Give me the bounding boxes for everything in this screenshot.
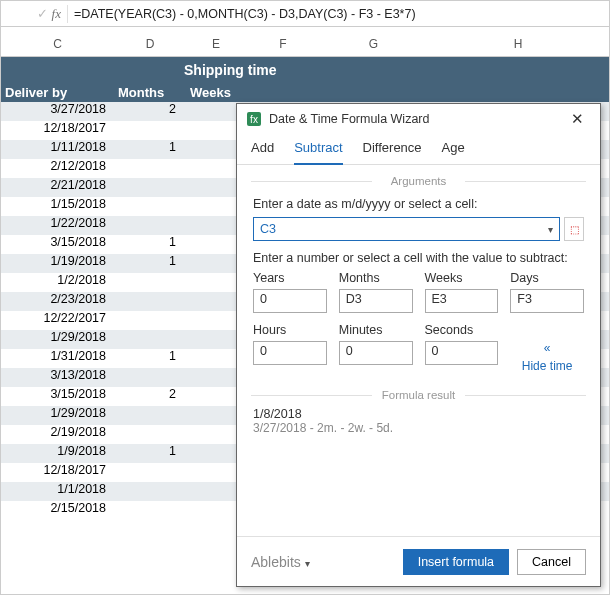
- col-header-g[interactable]: G: [320, 37, 427, 56]
- days-input[interactable]: F3: [510, 289, 584, 313]
- seconds-label: Seconds: [425, 323, 499, 337]
- cell-date[interactable]: 3/15/2018: [1, 235, 114, 254]
- title-row: Shipping time: [1, 57, 609, 82]
- cell-months[interactable]: 1: [114, 140, 186, 159]
- cell-date[interactable]: 2/21/2018: [1, 178, 114, 197]
- header-months: Months: [114, 85, 186, 100]
- tab-age[interactable]: Age: [442, 140, 465, 164]
- cell-months[interactable]: 1: [114, 235, 186, 254]
- seconds-input[interactable]: 0: [425, 341, 499, 365]
- minutes-label: Minutes: [339, 323, 413, 337]
- cell-date[interactable]: 1/11/2018: [1, 140, 114, 159]
- cell-months[interactable]: [114, 368, 186, 387]
- wizard-icon: fx: [245, 110, 263, 128]
- months-label: Months: [339, 271, 413, 285]
- months-input[interactable]: D3: [339, 289, 413, 313]
- cell-months[interactable]: [114, 501, 186, 520]
- cell-date[interactable]: 3/15/2018: [1, 387, 114, 406]
- chevron-down-icon[interactable]: ▾: [548, 224, 553, 235]
- cell-date[interactable]: 1/9/2018: [1, 444, 114, 463]
- cell-date[interactable]: 1/29/2018: [1, 330, 114, 349]
- accept-icon[interactable]: ✓: [37, 6, 48, 21]
- cell-months[interactable]: [114, 121, 186, 140]
- cell-date[interactable]: 2/12/2018: [1, 159, 114, 178]
- cell-months[interactable]: [114, 273, 186, 292]
- hours-label: Hours: [253, 323, 327, 337]
- years-label: Years: [253, 271, 327, 285]
- tab-subtract[interactable]: Subtract: [294, 140, 342, 165]
- cell-months[interactable]: 2: [114, 102, 186, 121]
- cell-date[interactable]: 12/22/2017: [1, 311, 114, 330]
- enter-number-label: Enter a number or select a cell with the…: [253, 251, 584, 265]
- header-row: Deliver by Months Weeks: [1, 82, 609, 102]
- formula-input[interactable]: =DATE(YEAR(C3) - 0,MONTH(C3) - D3,DAY(C3…: [67, 5, 609, 23]
- minutes-input[interactable]: 0: [339, 341, 413, 365]
- col-header-f[interactable]: F: [246, 37, 320, 56]
- svg-text:fx: fx: [250, 114, 258, 125]
- cell-months[interactable]: 2: [114, 387, 186, 406]
- formula-bar: ✓ fx =DATE(YEAR(C3) - 0,MONTH(C3) - D3,D…: [1, 1, 609, 27]
- col-header-c[interactable]: C: [1, 37, 114, 56]
- cell-date[interactable]: 1/29/2018: [1, 406, 114, 425]
- cell-date[interactable]: 1/19/2018: [1, 254, 114, 273]
- formula-wizard-dialog: fx Date & Time Formula Wizard ✕ Add Subt…: [236, 103, 601, 587]
- tab-difference[interactable]: Difference: [363, 140, 422, 164]
- weeks-label: Weeks: [425, 271, 499, 285]
- cell-date[interactable]: 12/18/2017: [1, 463, 114, 482]
- date-cell-input[interactable]: C3 ▾: [253, 217, 560, 241]
- cell-months[interactable]: [114, 406, 186, 425]
- col-header-e[interactable]: E: [186, 37, 246, 56]
- result-group: Formula result: [251, 389, 586, 401]
- cell-months[interactable]: 1: [114, 444, 186, 463]
- cell-months[interactable]: 1: [114, 254, 186, 273]
- cell-date[interactable]: 1/15/2018: [1, 197, 114, 216]
- cell-months[interactable]: [114, 197, 186, 216]
- fx-icon[interactable]: fx: [52, 6, 61, 22]
- cell-date[interactable]: 3/13/2018: [1, 368, 114, 387]
- cell-months[interactable]: [114, 482, 186, 501]
- header-weeks: Weeks: [186, 85, 246, 100]
- sheet-title: Shipping time: [114, 57, 609, 82]
- cell-months[interactable]: [114, 311, 186, 330]
- cell-date[interactable]: 2/19/2018: [1, 425, 114, 444]
- cell-months[interactable]: [114, 159, 186, 178]
- cell-date[interactable]: 3/27/2018: [1, 102, 114, 121]
- cell-months[interactable]: [114, 216, 186, 235]
- header-deliver-by: Deliver by: [1, 85, 114, 100]
- cell-months[interactable]: [114, 178, 186, 197]
- cell-date[interactable]: 1/22/2018: [1, 216, 114, 235]
- cell-months[interactable]: [114, 425, 186, 444]
- result-value: 1/8/2018: [253, 407, 584, 421]
- cell-months[interactable]: 1: [114, 349, 186, 368]
- hours-input[interactable]: 0: [253, 341, 327, 365]
- insert-formula-button[interactable]: Insert formula: [403, 549, 509, 575]
- cell-months[interactable]: [114, 292, 186, 311]
- cell-months[interactable]: [114, 330, 186, 349]
- cell-date[interactable]: 1/1/2018: [1, 482, 114, 501]
- cell-date[interactable]: 2/23/2018: [1, 292, 114, 311]
- col-header-h[interactable]: H: [427, 37, 609, 56]
- col-header-d[interactable]: D: [114, 37, 186, 56]
- enter-date-label: Enter a date as m/d/yyyy or select a cel…: [253, 197, 584, 211]
- years-input[interactable]: 0: [253, 289, 327, 313]
- hide-time-link[interactable]: «Hide time: [510, 323, 584, 373]
- close-icon[interactable]: ✕: [560, 110, 594, 128]
- cell-date[interactable]: 1/2/2018: [1, 273, 114, 292]
- cell-months[interactable]: [114, 463, 186, 482]
- dialog-title: Date & Time Formula Wizard: [269, 112, 560, 126]
- tab-add[interactable]: Add: [251, 140, 274, 164]
- days-label: Days: [510, 271, 584, 285]
- cell-date[interactable]: 2/15/2018: [1, 501, 114, 520]
- column-headers: C D E F G H: [1, 37, 609, 57]
- brand-label[interactable]: Ablebits ▾: [251, 554, 395, 570]
- weeks-input[interactable]: E3: [425, 289, 499, 313]
- cell-date[interactable]: 12/18/2017: [1, 121, 114, 140]
- result-detail: 3/27/2018 - 2m. - 2w. - 5d.: [253, 421, 584, 435]
- cancel-button[interactable]: Cancel: [517, 549, 586, 575]
- dialog-titlebar: fx Date & Time Formula Wizard ✕: [237, 104, 600, 134]
- cell-date[interactable]: 1/31/2018: [1, 349, 114, 368]
- dialog-tabs: Add Subtract Difference Age: [237, 134, 600, 165]
- cell-picker-icon[interactable]: ⬚: [564, 217, 584, 241]
- arguments-group: Arguments: [251, 175, 586, 187]
